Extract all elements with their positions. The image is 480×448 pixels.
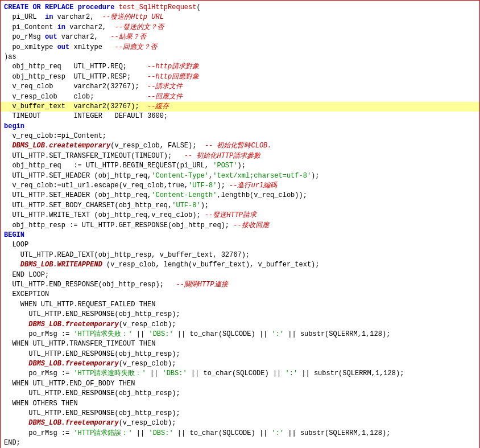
code-line-31: WHEN UTL_HTTP.REQUEST_FAILED THEN [1, 300, 479, 310]
code-line-20: UTL_HTTP.SET_HEADER (obj_http_req,'Conte… [1, 191, 479, 200]
code-line-16: UTL_HTTP.SET_TRANSFER_TIMEOUT(TIMEOUT); … [1, 151, 479, 161]
code-line-24: BEGIN [1, 231, 479, 240]
code-line-33: DBMS_LOB.freetemporary(v_resp_clob); [1, 320, 479, 330]
code-line-26: UTL_HTTP.READ_TEXT(obj_http_resp, v_buff… [1, 250, 479, 260]
code-line-12: TIMEOUT INTEGER DEFAULT 3600; [1, 112, 479, 121]
code-line-44: po_rMsg := 'HTTP請求錯誤：' || 'DBS:' || to_c… [1, 429, 479, 438]
code-line-40: UTL_HTTP.END_RESPONSE(obj_http_resp); [1, 389, 479, 398]
code-line-43: DBMS_LOB.freetemporary(v_resp_clob); [1, 418, 479, 428]
code-line-36: UTL_HTTP.END_RESPONSE(obj_http_resp); [1, 350, 479, 359]
code-line-32: UTL_HTTP.END_RESPONSE(obj_http_resp); [1, 310, 479, 319]
code-line-17: obj_http_req := UTL_HTTP.BEGIN_REQUEST(p… [1, 161, 479, 171]
code-line-10: v_resp_clob clob; --回應文件 [1, 92, 479, 102]
code-line-23: obj_http_resp := UTL_HTTP.GET_RESPONSE(o… [1, 221, 479, 231]
code-line-6: )as [1, 52, 479, 62]
code-line-45: END; [1, 438, 479, 448]
code-line-37: DBMS_LOB.freetemporary(v_resp_clob); [1, 359, 479, 369]
code-line-8: obj_http_resp UTL_HTTP.RESP; --http回應對象 [1, 72, 479, 82]
code-line-15: DBMS_LOB.createtemporary(v_resp_clob, FA… [1, 141, 479, 151]
code-line-38: po_rMsg := 'HTTP請求逾時失敗：' || 'DBS:' || to… [1, 369, 479, 379]
code-line-21: UTL_HTTP.SET_BODY_CHARSET(obj_http_req,'… [1, 201, 479, 211]
code-line-29: UTL_HTTP.END_RESPONSE(obj_http_resp); --… [1, 280, 479, 290]
code-line-19: v_req_clob:=utl_url.escape(v_req_clob,tr… [1, 181, 479, 191]
code-line-3: pi_Content in varchar2, --發送的文？否 [1, 23, 479, 32]
code-line-35: WHEN UTL_HTTP.TRANSFER_TIMEOUT THEN [1, 339, 479, 349]
code-line-2: pi_URL in varchar2, --發送的Http URL [1, 13, 479, 22]
code-line-7: obj_http_req UTL_HTTP.REQ; --http請求對象 [1, 62, 479, 72]
code-line-25: LOOP [1, 240, 479, 250]
code-line-27: DBMS_LOB.WRITEAPPEND (v_resp_clob, lengt… [1, 260, 479, 270]
code-line-34: po_rMsg := 'HTTP請求失敗：' || 'DBS:' || to_c… [1, 330, 479, 339]
code-line-39: WHEN UTL_HTTP.END_OF_BODY THEN [1, 379, 479, 389]
code-container: CREATE OR REPLACE procedure test_SqlHttp… [0, 0, 480, 448]
code-line-14: v_req_clob:=pi_Content; [1, 131, 479, 141]
code-line-5: po_xmltype out xmltype --回應文？否 [1, 43, 479, 52]
code-line-22: UTL_HTTP.WRITE_TEXT (obj_http_req,v_req_… [1, 211, 479, 220]
code-line-11: v_buffer_text varchar2(32767); --緩存 [1, 102, 479, 112]
code-line-9: v_req_clob varchar2(32767); --請求文件 [1, 82, 479, 92]
code-line-41: WHEN OTHERS THEN [1, 399, 479, 409]
code-line-42: UTL_HTTP.END_RESPONSE(obj_http_resp); [1, 409, 479, 418]
code-line-18: UTL_HTTP.SET_HEADER (obj_http_req,'Conte… [1, 171, 479, 181]
code-line-13: begin [1, 122, 479, 131]
code-line-4: po_rMsg out varchar2, --結果？否 [1, 32, 479, 42]
code-line-30: EXCEPTION [1, 290, 479, 299]
code-line-28: END LOOP; [1, 270, 479, 280]
code-line-1: CREATE OR REPLACE procedure test_SqlHttp… [1, 3, 479, 13]
